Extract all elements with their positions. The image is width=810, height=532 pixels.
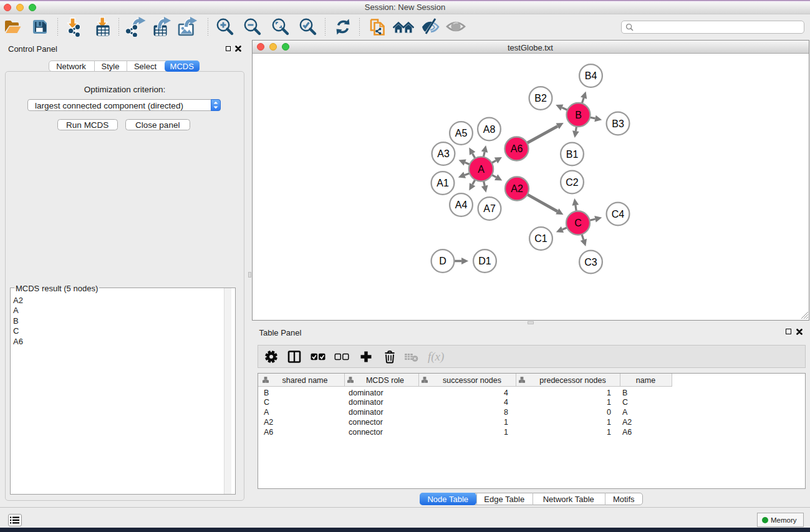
svg-text:C1: C1	[534, 233, 547, 244]
svg-text:A1: A1	[436, 178, 449, 188]
svg-text:C2: C2	[566, 177, 579, 188]
svg-text:A3: A3	[437, 148, 450, 159]
svg-text:A4: A4	[455, 200, 467, 210]
svg-text:D: D	[439, 256, 446, 266]
svg-text:C3: C3	[584, 257, 597, 268]
svg-text:B2: B2	[534, 93, 547, 104]
svg-text:A7: A7	[483, 203, 496, 214]
svg-text:B1: B1	[566, 149, 578, 160]
svg-text:A5: A5	[455, 128, 467, 138]
svg-text:A6: A6	[510, 143, 523, 154]
svg-text:A: A	[478, 164, 485, 175]
svg-text:B4: B4	[584, 70, 597, 81]
svg-text:D1: D1	[478, 256, 491, 266]
svg-text:B: B	[575, 110, 582, 120]
svg-text:C4: C4	[611, 209, 624, 220]
svg-text:B3: B3	[612, 118, 624, 129]
svg-text:A8: A8	[483, 124, 495, 135]
svg-text:C: C	[574, 218, 582, 228]
svg-text:A2: A2	[511, 183, 523, 194]
